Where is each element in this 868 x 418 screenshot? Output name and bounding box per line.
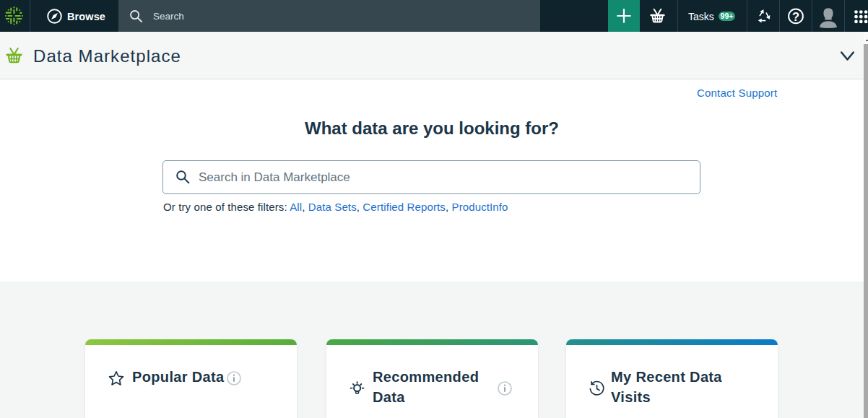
svg-text:?: ?: [792, 10, 799, 23]
